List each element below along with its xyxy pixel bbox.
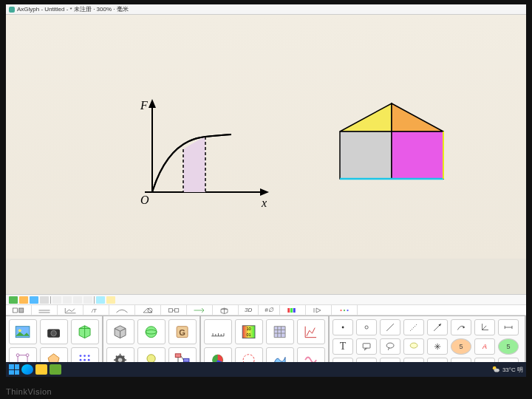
- svg-text:01: 01: [247, 332, 251, 337]
- tab-solid[interactable]: [213, 305, 239, 315]
- tool-axes[interactable]: [474, 319, 495, 335]
- svg-point-32: [80, 355, 82, 357]
- copy-icon[interactable]: [83, 296, 92, 304]
- edge-icon[interactable]: [21, 364, 33, 375]
- x-axis-label: x: [261, 197, 267, 209]
- tab-curve[interactable]: [109, 305, 135, 315]
- tool-badge-5b[interactable]: 5: [498, 338, 519, 355]
- svg-marker-1: [149, 99, 156, 108]
- svg-rect-49: [176, 354, 181, 358]
- tool-cube-green[interactable]: [71, 319, 99, 344]
- tool-callout-rect[interactable]: [356, 338, 377, 355]
- tab-lines[interactable]: [32, 305, 58, 315]
- tool-image[interactable]: [9, 319, 37, 344]
- svg-point-34: [88, 355, 90, 357]
- svg-rect-20: [293, 308, 295, 313]
- print-icon[interactable]: [40, 296, 49, 304]
- tab-hash[interactable]: #∅: [259, 305, 279, 315]
- svg-text:G: G: [180, 328, 186, 337]
- svg-point-57: [342, 327, 344, 329]
- svg-point-27: [51, 330, 56, 335]
- svg-point-46: [118, 358, 123, 362]
- weather-widget[interactable]: 33°C 明: [491, 365, 523, 374]
- tool-line-dashed[interactable]: [403, 319, 424, 335]
- tab-color[interactable]: [280, 305, 306, 315]
- tool-sphere[interactable]: [137, 319, 166, 344]
- category-tabs: /T 3D #∅: [6, 304, 526, 316]
- tab-chart[interactable]: [58, 305, 83, 315]
- tool-asterisk[interactable]: [427, 338, 448, 355]
- tool-line-solid[interactable]: [380, 319, 400, 335]
- tab-flow[interactable]: [161, 305, 187, 315]
- tool-callout-fancy[interactable]: [403, 338, 424, 355]
- svg-point-65: [386, 343, 394, 348]
- zoom-icon[interactable]: [96, 296, 105, 304]
- app-taskbar-icon[interactable]: [50, 364, 61, 375]
- svg-rect-64: [363, 344, 370, 348]
- svg-point-21: [340, 309, 341, 310]
- tool-arrow-single[interactable]: [427, 319, 448, 335]
- tool-scale[interactable]: [204, 319, 232, 344]
- svg-point-41: [146, 327, 157, 338]
- undo-icon[interactable]: [52, 296, 61, 304]
- svg-line-59: [386, 324, 394, 331]
- svg-point-58: [365, 326, 368, 329]
- svg-point-28: [17, 354, 20, 357]
- new-icon[interactable]: [9, 296, 18, 304]
- tool-binary[interactable]: 1001: [235, 319, 263, 344]
- tool-grid-mesh[interactable]: [266, 319, 294, 344]
- svg-marker-9: [392, 132, 443, 179]
- svg-line-60: [410, 324, 417, 331]
- start-button[interactable]: [9, 364, 19, 375]
- svg-rect-17: [175, 308, 179, 312]
- tool-dot[interactable]: [332, 319, 353, 335]
- tab-arrow[interactable]: [187, 305, 213, 315]
- tool-badge-Aa[interactable]: A: [474, 338, 495, 355]
- tab-triangle[interactable]: [135, 305, 161, 315]
- svg-text:/T: /T: [91, 307, 98, 314]
- house-figure[interactable]: [331, 96, 457, 195]
- svg-rect-12: [13, 308, 18, 313]
- svg-point-23: [347, 309, 348, 310]
- tool-badge-g[interactable]: G: [168, 319, 197, 344]
- tool-text-t[interactable]: T: [332, 338, 353, 355]
- tool-cube-gray[interactable]: [106, 319, 134, 344]
- tool-angle-bar[interactable]: [498, 319, 519, 335]
- windows-taskbar: 33°C 明: [6, 362, 526, 377]
- tool-badge-5a[interactable]: 5: [451, 338, 471, 355]
- svg-marker-3: [260, 188, 269, 196]
- explorer-icon[interactable]: [35, 364, 47, 375]
- save-icon[interactable]: [30, 296, 38, 304]
- tool-chart-red[interactable]: [297, 319, 325, 344]
- tab-3d[interactable]: 3D: [239, 305, 259, 315]
- svg-marker-6: [340, 103, 392, 132]
- tool-arrow-curved[interactable]: [451, 319, 471, 335]
- window-title: AxGlyph - Untitled - * 未注册 · 300% · 毫米: [17, 5, 129, 13]
- svg-rect-19: [290, 308, 293, 313]
- tool-callout-round[interactable]: [380, 338, 400, 355]
- grid-icon[interactable]: [106, 296, 115, 304]
- graph-figure[interactable]: F x O: [132, 96, 272, 217]
- window-titlebar: AxGlyph - Untitled - * 未注册 · 300% · 毫米: [6, 4, 526, 15]
- tab-play[interactable]: [306, 305, 332, 315]
- svg-point-35: [80, 359, 82, 361]
- redo-icon[interactable]: [63, 296, 72, 304]
- svg-rect-13: [19, 308, 24, 313]
- tab-basic[interactable]: [6, 305, 32, 315]
- svg-point-37: [88, 359, 90, 361]
- svg-rect-16: [168, 308, 172, 312]
- open-icon[interactable]: [19, 296, 28, 304]
- tab-text[interactable]: /T: [83, 305, 109, 315]
- svg-point-36: [84, 359, 86, 361]
- svg-point-25: [18, 329, 21, 332]
- tool-camera[interactable]: [40, 319, 68, 344]
- tab-more[interactable]: [332, 305, 358, 315]
- svg-marker-8: [340, 132, 392, 179]
- monitor-brand: ThinkVision: [6, 387, 52, 396]
- tool-circle-small[interactable]: [356, 319, 377, 335]
- svg-point-66: [410, 343, 417, 348]
- cut-icon[interactable]: [73, 296, 82, 304]
- svg-point-29: [27, 354, 30, 357]
- svg-point-33: [84, 355, 86, 357]
- drawing-canvas[interactable]: F x O: [6, 15, 526, 259]
